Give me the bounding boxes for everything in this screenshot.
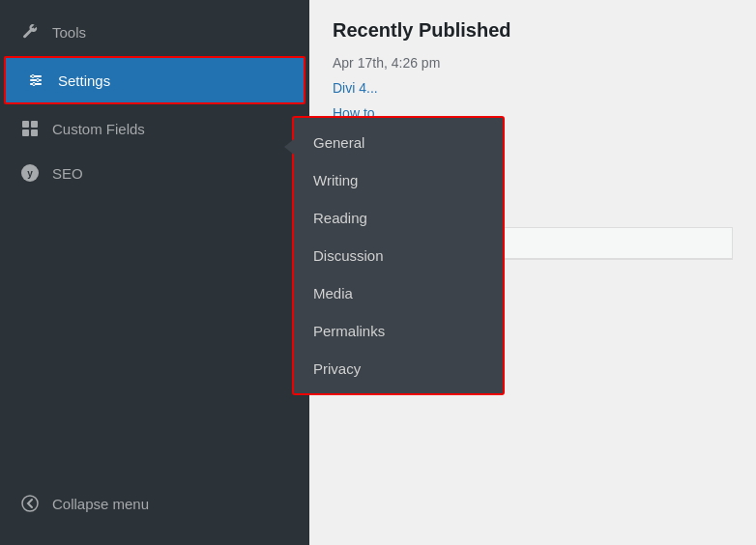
submenu-item-media[interactable]: Media (294, 274, 503, 312)
grid-icon (19, 118, 41, 139)
settings-icon (25, 70, 46, 91)
sidebar-item-seo[interactable]: y SEO (0, 151, 309, 195)
sidebar-item-tools-label: Tools (52, 24, 86, 41)
submenu-item-privacy[interactable]: Privacy (294, 350, 503, 387)
svg-point-3 (32, 75, 35, 78)
svg-text:y: y (27, 168, 33, 179)
recently-published-heading: Recently Published (333, 19, 733, 42)
sidebar-item-settings-label: Settings (58, 72, 110, 89)
sidebar: Tools Settings General Writing Reading (0, 0, 309, 545)
svg-rect-8 (22, 129, 29, 136)
sidebar-item-seo-label: SEO (52, 165, 83, 182)
settings-submenu: General Writing Reading Discussion Media… (292, 116, 505, 395)
publication-date: Apr 17th, 4:26 pm (333, 55, 733, 71)
wrench-icon (19, 21, 41, 43)
svg-point-12 (22, 496, 38, 511)
submenu-item-discussion[interactable]: Discussion (294, 237, 503, 274)
arrow-left-icon (19, 493, 41, 514)
svg-rect-6 (22, 121, 29, 128)
submenu-item-reading[interactable]: Reading (294, 199, 503, 237)
svg-rect-7 (31, 121, 38, 128)
sidebar-item-tools[interactable]: Tools (0, 10, 309, 54)
pub-link-1[interactable]: Divi 4... (333, 80, 733, 96)
submenu-arrow (284, 139, 294, 155)
sidebar-item-custom-fields[interactable]: Custom Fields (0, 106, 309, 151)
sidebar-item-settings[interactable]: Settings General Writing Reading Discuss… (4, 56, 305, 104)
svg-point-4 (37, 79, 40, 82)
yoast-icon: y (19, 162, 41, 184)
svg-point-5 (33, 83, 36, 86)
sidebar-item-collapse-label: Collapse menu (52, 496, 149, 512)
sidebar-item-custom-fields-label: Custom Fields (52, 121, 145, 137)
submenu-item-writing[interactable]: Writing (294, 161, 503, 199)
sidebar-item-collapse[interactable]: Collapse menu (0, 481, 309, 526)
submenu-item-general[interactable]: General (294, 124, 503, 161)
svg-rect-9 (31, 129, 38, 136)
submenu-item-permalinks[interactable]: Permalinks (294, 312, 503, 350)
